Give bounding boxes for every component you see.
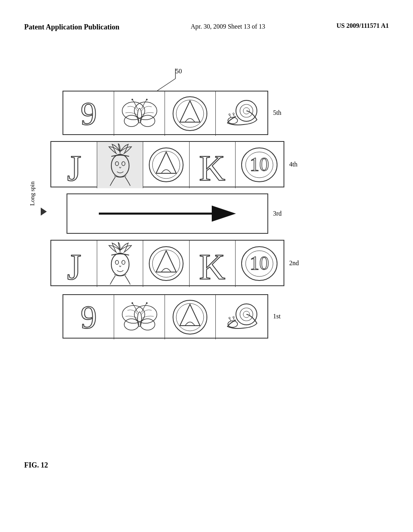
svg-marker-41 — [156, 251, 176, 272]
slot-row-4th: J — [50, 141, 284, 187]
slot-row-2nd: J — [50, 240, 284, 286]
row-label-3rd: 3rd — [273, 210, 282, 217]
svg-text:K: K — [199, 247, 225, 284]
cell-2nd-J: J — [51, 241, 97, 287]
page-header: Patent Application Publication Apr. 30, … — [0, 22, 413, 32]
cell-5th-1: 9 — [63, 91, 114, 136]
cell-4th-10: 10 — [236, 142, 284, 188]
svg-text:J: J — [67, 247, 81, 284]
arrow-cell — [67, 194, 267, 233]
svg-marker-2 — [41, 208, 47, 216]
svg-point-9 — [131, 99, 133, 100]
cell-2nd-native — [97, 241, 143, 287]
svg-marker-56 — [180, 304, 200, 326]
cell-4th-circle — [143, 142, 189, 188]
svg-point-24 — [115, 162, 119, 166]
sheet-info: Apr. 30, 2009 Sheet 13 of 13 — [191, 22, 265, 31]
long-spin-arrow — [39, 208, 47, 216]
svg-point-23 — [111, 154, 129, 177]
row-3rd: 3rd — [67, 193, 282, 234]
svg-text:9: 9 — [81, 299, 97, 335]
svg-point-38 — [122, 260, 125, 264]
svg-line-1 — [157, 79, 175, 91]
cell-2nd-K: K — [190, 241, 236, 287]
svg-point-10 — [146, 99, 148, 100]
cell-2nd-10: 10 — [236, 241, 284, 287]
svg-point-51 — [138, 312, 142, 326]
row-4th: J — [50, 141, 297, 187]
svg-point-7 — [140, 115, 155, 127]
svg-text:K: K — [199, 148, 225, 185]
cell-1st-snail — [216, 295, 267, 339]
row-label-5th: 5th — [273, 109, 281, 116]
svg-point-54 — [173, 300, 207, 334]
cell-1st-butterfly — [114, 295, 165, 339]
svg-point-8 — [138, 108, 142, 123]
cell-1st-circle — [165, 295, 216, 339]
svg-marker-28 — [156, 152, 176, 173]
cell-5th-4 — [216, 91, 267, 136]
cell-5th-3 — [165, 91, 216, 136]
row-label-4th: 4th — [289, 161, 297, 168]
svg-text:9: 9 — [81, 96, 97, 131]
svg-point-27 — [152, 151, 180, 179]
diagram-area: 50 Long spin 9 — [24, 64, 389, 451]
row-label-1st: 1st — [273, 313, 281, 320]
cell-4th-K: K — [190, 142, 236, 188]
svg-text:10: 10 — [250, 252, 269, 274]
svg-point-26 — [149, 148, 183, 182]
cell-1st-nine: 9 — [63, 295, 114, 339]
slot-row-1st: 9 — [63, 294, 268, 339]
patent-number: US 2009/111571 A1 — [336, 22, 389, 29]
svg-point-36 — [111, 253, 129, 276]
svg-text:10: 10 — [250, 154, 269, 175]
slot-row-3rd — [67, 193, 268, 234]
cell-2nd-circle — [143, 241, 189, 287]
svg-point-25 — [122, 162, 125, 166]
svg-point-11 — [173, 97, 207, 131]
cell-4th-native — [97, 142, 143, 188]
svg-point-49 — [124, 319, 139, 330]
cell-4th-J: J — [51, 142, 97, 188]
svg-point-37 — [115, 260, 119, 264]
svg-point-6 — [124, 115, 139, 127]
figure-label: FIG. 12 — [24, 461, 48, 470]
slot-row-5th: 9 — [63, 91, 268, 135]
publication-label: Patent Application Publication — [24, 22, 119, 32]
svg-point-55 — [176, 303, 204, 331]
svg-point-50 — [140, 319, 155, 330]
row-1st: 9 — [63, 294, 281, 339]
svg-point-52 — [131, 302, 133, 304]
long-spin-label: Long spin — [29, 181, 36, 206]
row-label-2nd: 2nd — [289, 260, 299, 267]
svg-point-12 — [176, 100, 204, 127]
svg-point-53 — [146, 302, 148, 304]
svg-point-40 — [152, 250, 180, 277]
row-5th: 9 — [63, 91, 281, 135]
row-2nd: J — [50, 240, 299, 286]
svg-point-39 — [149, 247, 183, 281]
svg-text:J: J — [67, 148, 81, 185]
svg-marker-13 — [180, 101, 200, 122]
cell-5th-2 — [114, 91, 165, 136]
